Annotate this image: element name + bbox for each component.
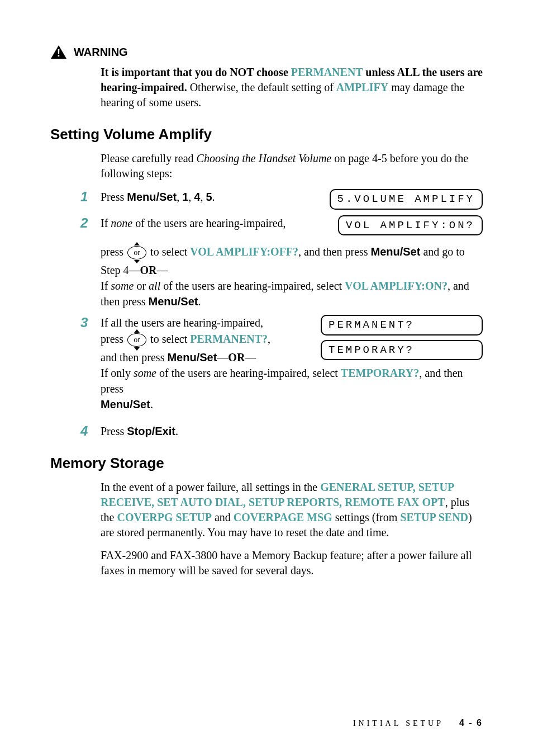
s3-l2c: ,: [268, 333, 270, 345]
step-2-line1: If none of the users are hearing-impaire…: [101, 215, 327, 231]
section1-intro: Please carefully read Choosing the Hands…: [101, 151, 483, 181]
up-down-or-icon: or: [127, 330, 146, 349]
s3-l4it: some: [134, 367, 156, 379]
lcd-volume-amplify: 5.VOLUME AMPLIFY: [330, 189, 483, 210]
m-t3: COVERPAGE MSG: [234, 511, 332, 523]
s2-l2b: to select: [147, 245, 190, 258]
warning-rest-a: Otherwise, the default setting of: [187, 81, 336, 93]
s2-l2c: , and then press: [298, 245, 370, 258]
s2-or: OR: [140, 264, 157, 276]
memory-p2: FAX-2900 and FAX-3800 have a Memory Back…: [101, 548, 483, 578]
s3-l4a: If only: [101, 367, 134, 379]
m-t2: COVERPG SETUP: [117, 511, 211, 523]
s2-l2a: press: [101, 245, 126, 258]
section-title-memory-storage: Memory Storage: [50, 455, 483, 472]
step-4: 4 Press Stop/Exit.: [80, 423, 483, 439]
or-oval-text-2: or: [127, 333, 146, 347]
s4-b: .: [175, 425, 178, 437]
lcd-permanent: PERMANENT?: [321, 315, 483, 336]
warning-amplify: AMPLIFY: [336, 81, 388, 93]
step-2-num: 2: [80, 215, 101, 310]
warning-permanent: PERMANENT: [291, 66, 363, 78]
warning-label: WARNING: [74, 46, 128, 59]
s1-c: ,: [188, 191, 194, 203]
s3-teal2: TEMPORARY?: [341, 367, 419, 379]
s3-or: OR: [228, 351, 245, 363]
m-t4: SETUP SEND: [400, 511, 468, 523]
s4-a: Press: [101, 425, 127, 437]
s1-k3: 5: [206, 191, 212, 203]
footer-page: 4 - 6: [459, 718, 483, 727]
s3-l3c: —: [245, 351, 256, 363]
step-1-num: 1: [80, 189, 101, 210]
step-4-num: 4: [80, 423, 101, 439]
s2-btn2: Menu/Set: [149, 295, 198, 308]
m-p1c: and: [212, 511, 234, 523]
s1-btn: Menu/Set: [127, 191, 177, 203]
lcd-vol-amplify-on: VOL AMPLIFY:ON?: [338, 215, 483, 236]
step-4-text: Press Stop/Exit.: [101, 423, 483, 439]
s3-l4d: .: [150, 398, 153, 410]
s1-e: .: [212, 191, 215, 203]
step-1: 1 Press Menu/Set, 1, 4, 5. 5.VOLUME AMPL…: [80, 189, 483, 210]
warning-triangle-icon: !: [50, 45, 67, 59]
intro-it: Choosing the Handset Volume: [197, 152, 332, 164]
step-2: 2 If none of the users are hearing-impai…: [80, 215, 483, 310]
warning-header: ! WARNING: [50, 45, 483, 59]
s2-teal1: VOL AMPLIFY:OFF?: [190, 245, 298, 258]
s1-k1: 1: [182, 191, 188, 203]
s3-l1: If all the users are hearing-impaired,: [101, 316, 263, 329]
step-2-body: press or to select VOL AMPLIFY:OFF?, and…: [101, 243, 483, 309]
memory-p1: In the event of a power failure, all set…: [101, 480, 483, 540]
footer-section: INITIAL SETUP: [353, 719, 444, 727]
s2-l2e: —: [157, 264, 168, 276]
m-p1d: settings (from: [332, 511, 401, 523]
warning-bold-lead: It is important that you do NOT choose: [101, 66, 291, 78]
step-3-num: 3: [80, 315, 101, 412]
s2-l1a: If: [101, 217, 111, 229]
s1-d: ,: [200, 191, 206, 203]
s2-btn: Menu/Set: [371, 245, 421, 258]
s1-a: Press: [101, 191, 127, 203]
lcd-temporary: TEMPORARY?: [321, 340, 483, 361]
s3-l4b: of the users are hearing-impaired, selec…: [156, 367, 341, 379]
s1-k2: 4: [194, 191, 200, 203]
warning-text: It is important that you do NOT choose P…: [101, 65, 483, 110]
s2-l3it1: some: [111, 280, 134, 292]
s2-l1b: of the users are hearing-impaired,: [132, 217, 285, 229]
up-down-or-icon: or: [127, 243, 146, 262]
s3-btn2: Menu/Set: [101, 398, 150, 410]
s3-l3b: —: [217, 351, 228, 363]
s2-teal2: VOL AMPLIFY:ON?: [345, 280, 448, 292]
s2-l1it: none: [111, 217, 132, 229]
m-p1a: In the event of a power failure, all set…: [101, 481, 320, 493]
s3-teal1: PERMANENT?: [190, 333, 268, 345]
s1-b: ,: [177, 191, 182, 203]
s2-l3a: If: [101, 280, 111, 292]
s2-l3e: .: [198, 295, 201, 308]
intro-a: Please carefully read: [101, 152, 197, 164]
page-footer: INITIAL SETUP 4 - 6: [353, 718, 483, 728]
section-title-volume-amplify: Setting Volume Amplify: [50, 126, 483, 143]
step-3: 3 PERMANENT? TEMPORARY? If all the users…: [80, 315, 483, 412]
s3-l2a: press: [101, 333, 126, 345]
step-1-text: Press Menu/Set, 1, 4, 5.: [101, 189, 318, 205]
s3-l2b: to select: [147, 333, 190, 345]
s3-btn: Menu/Set: [167, 351, 217, 363]
s3-l3a: and then press: [101, 351, 167, 363]
s2-l3it2: all: [149, 280, 160, 292]
s2-l3c: of the users are hearing-impaired, selec…: [160, 280, 345, 292]
s4-btn: Stop/Exit: [127, 425, 175, 437]
s2-l3b: or: [134, 280, 149, 292]
or-oval-text: or: [127, 246, 146, 259]
svg-text:!: !: [57, 48, 60, 59]
